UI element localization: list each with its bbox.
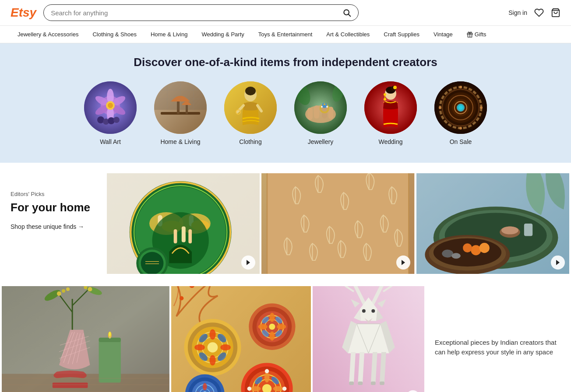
svg-point-159 <box>269 324 275 330</box>
svg-point-195 <box>282 387 286 391</box>
svg-point-31 <box>245 87 256 95</box>
category-clothing-image <box>224 81 277 134</box>
svg-rect-226 <box>380 382 384 385</box>
bottom-right-product <box>313 286 424 392</box>
svg-point-122 <box>62 289 65 293</box>
nav-item-clothing-shoes[interactable]: Clothing & Shoes <box>85 26 143 43</box>
bottom-left-products <box>2 286 169 392</box>
nav-item-art-collectibles[interactable]: Art & Collectibles <box>319 26 377 43</box>
editors-picks-section: Editors' Picks For your home Shop these … <box>0 163 571 392</box>
category-wall-art[interactable]: Wall Art <box>84 81 137 145</box>
svg-point-55 <box>384 98 386 101</box>
svg-rect-131 <box>53 383 88 388</box>
wishlist-button[interactable] <box>534 8 544 18</box>
nav-item-vintage[interactable]: Vintage <box>426 26 460 43</box>
category-on-sale[interactable]: On Sale <box>434 81 487 145</box>
svg-rect-104 <box>524 224 532 236</box>
svg-rect-224 <box>371 382 376 385</box>
svg-rect-81 <box>174 229 177 243</box>
svg-point-163 <box>277 324 286 329</box>
editors-picks-row: Editors' Picks For your home Shop these … <box>0 163 571 284</box>
gift-icon <box>467 32 473 38</box>
category-jewellery-image <box>294 81 347 134</box>
category-on-sale-image <box>434 81 487 134</box>
svg-rect-20 <box>161 112 200 115</box>
cart-button[interactable] <box>551 8 560 18</box>
play-button-3[interactable] <box>551 256 565 270</box>
svg-rect-83 <box>188 229 192 243</box>
svg-rect-126 <box>99 339 121 383</box>
category-home-living-image <box>154 81 207 134</box>
header: Etsy Sign in <box>0 0 571 26</box>
product-card-1[interactable] <box>107 173 260 274</box>
heart-icon <box>534 8 544 18</box>
svg-point-44 <box>321 106 323 108</box>
product-grid-top <box>105 173 571 274</box>
svg-point-192 <box>265 369 269 373</box>
svg-point-123 <box>66 287 70 291</box>
product-card-mandala[interactable] <box>171 286 311 392</box>
search-icon <box>342 8 351 17</box>
svg-point-209 <box>362 309 366 313</box>
nav-item-home-living[interactable]: Home & Living <box>144 26 195 43</box>
product-card-candle[interactable] <box>2 286 169 392</box>
svg-line-1 <box>349 14 351 17</box>
svg-point-129 <box>109 332 111 336</box>
category-wedding-label: Wedding <box>378 138 402 145</box>
main-nav: Jewellery & Accessories Clothing & Shoes… <box>0 26 571 43</box>
svg-point-18 <box>113 117 120 123</box>
sign-in-link[interactable]: Sign in <box>508 9 527 16</box>
svg-point-160 <box>269 313 275 322</box>
nav-item-jewellery-accessories[interactable]: Jewellery & Accessories <box>11 26 85 43</box>
nav-item-wedding-party[interactable]: Wedding & Party <box>194 26 251 43</box>
category-wedding[interactable]: Wedding <box>364 81 417 145</box>
category-wall-art-image <box>84 81 137 134</box>
header-actions: Sign in <box>508 8 560 18</box>
hero-title: Discover one-of-a-kind items from indepe… <box>11 56 560 69</box>
svg-point-69 <box>480 106 483 109</box>
svg-point-108 <box>479 243 489 253</box>
nav-item-craft-supplies[interactable]: Craft Supplies <box>377 26 426 43</box>
category-wedding-image <box>364 81 417 134</box>
search-button[interactable] <box>342 8 351 17</box>
svg-rect-225 <box>349 382 354 385</box>
svg-point-194 <box>247 387 251 391</box>
svg-point-146 <box>209 329 215 340</box>
svg-point-14 <box>108 103 113 108</box>
search-bar <box>43 4 359 21</box>
svg-rect-93 <box>267 173 409 274</box>
play-button-2[interactable] <box>396 256 410 270</box>
category-clothing-label: Clothing <box>239 138 261 145</box>
svg-marker-95 <box>402 260 405 265</box>
svg-point-67 <box>459 127 462 130</box>
svg-marker-91 <box>247 260 250 265</box>
editors-picks-tag: Editors' Picks <box>11 191 95 197</box>
search-input[interactable] <box>51 9 339 17</box>
etsy-logo[interactable]: Etsy <box>11 6 36 20</box>
product-card-3[interactable] <box>416 173 569 274</box>
svg-point-210 <box>371 309 375 313</box>
svg-point-145 <box>207 342 218 353</box>
category-jewellery[interactable]: Jewellery <box>294 81 347 145</box>
category-home-living[interactable]: Home & Living <box>154 81 207 145</box>
category-jewellery-label: Jewellery <box>308 138 333 145</box>
svg-point-162 <box>258 324 267 329</box>
svg-point-64 <box>458 105 463 110</box>
product-card-2[interactable] <box>261 173 414 274</box>
svg-point-109 <box>463 243 472 252</box>
nav-item-toys-entertainment[interactable]: Toys & Entertainment <box>251 26 320 43</box>
category-home-living-label: Home & Living <box>160 138 200 145</box>
svg-point-106 <box>501 226 518 234</box>
svg-point-161 <box>269 331 275 340</box>
category-clothing[interactable]: Clothing <box>224 81 277 145</box>
svg-point-66 <box>459 86 462 88</box>
shop-link[interactable]: Shop these unique finds → <box>11 223 95 230</box>
svg-point-184 <box>264 372 269 383</box>
product-card-deer[interactable] <box>313 286 424 392</box>
svg-marker-112 <box>556 260 560 265</box>
nav-item-gifts[interactable]: Gifts <box>460 26 493 43</box>
categories-row: Wall Art <box>11 81 560 145</box>
svg-point-111 <box>451 253 461 259</box>
hero-banner: Discover one-of-a-kind items from indepe… <box>0 43 571 163</box>
svg-rect-223 <box>358 382 363 385</box>
